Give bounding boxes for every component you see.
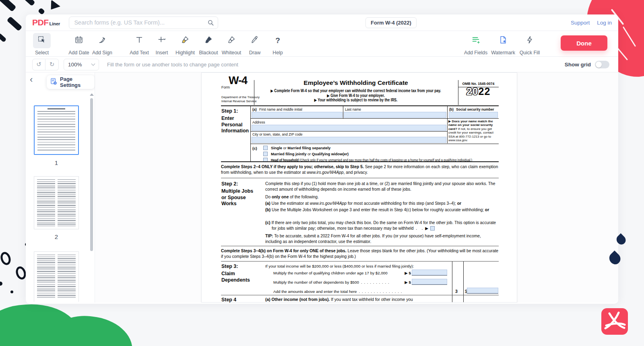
toggle-knob xyxy=(596,62,602,68)
city-label: City or town, state, and ZIP code xyxy=(252,132,303,136)
search-icon[interactable] xyxy=(207,19,214,28)
plus-icon xyxy=(157,35,166,46)
sub-toolbar: ↺ ↻ 100% Fill the form or use another to… xyxy=(26,57,618,72)
add-sign-button[interactable]: Add Sign xyxy=(87,33,117,56)
step3-row3: Add the amounts above and enter the tota… xyxy=(273,289,450,294)
field-b-tag: (b) xyxy=(449,107,454,111)
highlight-brush-icon xyxy=(181,35,190,46)
select-tool-button[interactable]: Select xyxy=(27,33,57,56)
logo-liner: Liner xyxy=(50,21,60,26)
step2-item-a: (a) Use the estimator at www.irs.gov/W4A… xyxy=(265,201,498,206)
quick-fill-label: Quick Fill xyxy=(520,50,540,56)
step3-intro: If your total income will be $200,000 or… xyxy=(265,264,414,269)
filing-option-1: Single or Married filing separately xyxy=(271,146,330,150)
thumbnail-content xyxy=(58,255,76,299)
thumbnail-content xyxy=(37,255,55,299)
step1-label: Step 1: xyxy=(221,108,238,115)
search-input[interactable] xyxy=(69,16,218,29)
first-name-label: First name and middle initial xyxy=(259,107,302,111)
add-fields-label: Add Fields xyxy=(464,50,487,56)
step1-sublabel: Enter Personal Information xyxy=(221,115,252,134)
page-thumbnail-1[interactable] xyxy=(34,105,79,155)
step4-item-a: (a) Other income (not from jobs). If you… xyxy=(265,297,447,303)
support-link[interactable]: Support xyxy=(571,20,590,26)
blackout-brush-icon xyxy=(204,35,213,46)
undo-button[interactable]: ↺ xyxy=(32,59,45,70)
form-bullet-3: ▶ Your withholding is subject to review … xyxy=(235,98,477,103)
search-box xyxy=(69,16,218,29)
thumbnail-content xyxy=(58,179,76,226)
qualifying-children-input[interactable] xyxy=(412,270,447,275)
lightning-icon xyxy=(525,35,534,46)
add-fields-icon xyxy=(471,35,480,46)
ssn-input[interactable] xyxy=(449,112,498,118)
ink-stroke xyxy=(0,0,17,12)
two-jobs-checkbox[interactable] xyxy=(430,226,435,231)
step3-row1: Multiply the number of qualifying childr… xyxy=(273,270,411,276)
login-link[interactable]: Log in xyxy=(597,20,612,26)
quick-fill-button[interactable]: Quick Fill xyxy=(515,33,545,56)
thumbnail-content xyxy=(37,111,75,152)
total-dependents-input[interactable] xyxy=(467,288,498,293)
last-name-input[interactable] xyxy=(344,112,446,118)
steps34-paragraph: Complete Steps 3–4(b) on Form W-4 for on… xyxy=(221,248,499,260)
page-settings-icon xyxy=(50,78,58,86)
year-outline: 20 xyxy=(466,86,479,97)
steps24-paragraph: Complete Steps 2–4 ONLY if they apply to… xyxy=(221,164,499,175)
page-settings-button[interactable]: Page Settings xyxy=(47,75,95,89)
add-fields-button[interactable]: Add Fields xyxy=(461,33,491,56)
ssa-note-link: www.ssa.gov. xyxy=(448,138,468,142)
ink-ring xyxy=(0,251,12,266)
redo-button[interactable]: ↻ xyxy=(45,59,59,70)
field-a-tag: (a) xyxy=(252,107,257,111)
ink-stroke xyxy=(0,33,7,42)
year-bold: 22 xyxy=(479,86,491,97)
help-button[interactable]: ? Help xyxy=(263,33,293,56)
watermark-icon xyxy=(499,35,508,46)
help-icon: ? xyxy=(275,36,280,45)
first-name-input[interactable] xyxy=(252,112,343,118)
form-year: 2022 xyxy=(458,89,499,95)
w4-form-page: Form W-4 Department of the Treasury Inte… xyxy=(201,72,517,303)
step3-label: Step 3: xyxy=(221,264,238,270)
pen-sign-icon xyxy=(98,35,107,46)
address-input[interactable] xyxy=(252,125,446,131)
document-title-badge: Form W-4 (2022) xyxy=(365,17,417,28)
highlight-label: Highlight xyxy=(175,50,195,56)
pages-sidebar: ‹ Page Settings 1 xyxy=(26,72,95,303)
filing-option-2: Married filing jointly or Qualifying wid… xyxy=(271,152,349,157)
step2-p1: Complete this step if you (1) hold more … xyxy=(265,181,498,192)
collapse-sidebar-chevron[interactable]: ‹ xyxy=(30,76,33,84)
show-grid-toggle[interactable] xyxy=(595,61,609,68)
page-thumbnail-3[interactable] xyxy=(34,251,79,302)
step2-p2: Do only one of the following. xyxy=(265,194,498,200)
calendar-icon xyxy=(74,35,83,46)
single-checkbox[interactable] xyxy=(263,146,268,150)
pdfliner-logo-badge xyxy=(601,308,628,336)
zoom-select[interactable]: 100% xyxy=(64,59,99,70)
draw-label: Draw xyxy=(249,50,261,56)
page-thumbnail-2[interactable] xyxy=(34,176,79,229)
header: PDF Liner Form W-4 (2022) Support Log in xyxy=(26,14,618,31)
sidebar-scrollbar[interactable] xyxy=(90,98,93,251)
done-button[interactable]: Done xyxy=(561,35,607,51)
help-label: Help xyxy=(272,50,283,56)
pdfliner-logo[interactable]: PDF Liner xyxy=(32,18,60,27)
other-dependents-input[interactable] xyxy=(412,279,447,284)
step2-item-c: (c) If there are only two jobs total, yo… xyxy=(265,220,500,231)
whiteout-label: Whiteout xyxy=(222,50,242,56)
toolbar-hint: Fill the form or use another tools to ch… xyxy=(107,62,238,68)
text-icon xyxy=(135,35,144,46)
form-title: Employee’s Withholding Certificate xyxy=(303,80,408,86)
ink-stroke xyxy=(6,16,22,31)
show-grid-label: Show grid xyxy=(565,62,591,68)
sidebar-scroll-up-arrow[interactable] xyxy=(90,93,94,96)
form-bullet-2: ▶ Give Form W-4 to your employer. xyxy=(235,93,477,98)
watermark-button[interactable]: Watermark xyxy=(488,33,518,56)
married-jointly-checkbox[interactable] xyxy=(263,152,268,156)
page-number-2: 2 xyxy=(34,233,79,240)
city-input[interactable] xyxy=(252,137,446,143)
step2-sublabel: Multiple Jobs or Spouse Works xyxy=(221,188,259,207)
form-number: W-4 xyxy=(229,78,247,84)
app-window: PDF Liner Form W-4 (2022) Support Log in xyxy=(26,14,618,304)
